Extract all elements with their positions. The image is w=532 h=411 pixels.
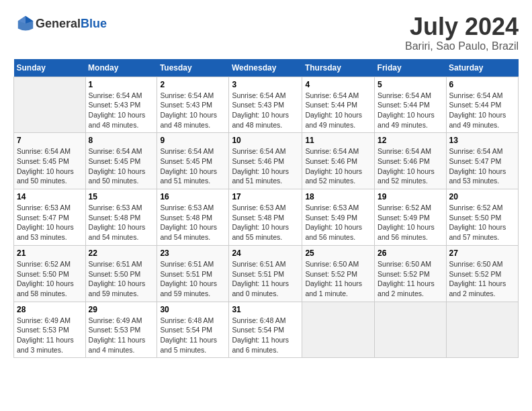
cell-date: 10: [232, 136, 299, 145]
calendar-cell: [14, 77, 86, 133]
calendar-cell: 18Sunrise: 6:53 AM Sunset: 5:49 PM Dayli…: [302, 189, 375, 246]
cell-info: Sunrise: 6:49 AM Sunset: 5:53 PM Dayligh…: [17, 316, 83, 355]
calendar-week-row: 7Sunrise: 6:54 AM Sunset: 5:45 PM Daylig…: [14, 133, 519, 189]
cell-info: Sunrise: 6:52 AM Sunset: 5:50 PM Dayligh…: [17, 259, 83, 299]
cell-date: 28: [17, 305, 83, 314]
cell-date: 8: [89, 136, 154, 145]
calendar-week-row: 14Sunrise: 6:53 AM Sunset: 5:47 PM Dayli…: [14, 189, 519, 246]
calendar-cell: 9Sunrise: 6:54 AM Sunset: 5:45 PM Daylig…: [157, 133, 229, 189]
calendar-cell: [446, 302, 518, 358]
main-title: July 2024: [405, 13, 519, 40]
cell-date: 3: [232, 80, 299, 89]
calendar-cell: 29Sunrise: 6:49 AM Sunset: 5:53 PM Dayli…: [85, 302, 157, 358]
cell-date: 6: [449, 80, 515, 89]
cell-info: Sunrise: 6:53 AM Sunset: 5:48 PM Dayligh…: [160, 203, 226, 242]
calendar-cell: 7Sunrise: 6:54 AM Sunset: 5:45 PM Daylig…: [14, 133, 86, 189]
calendar-cell: 31Sunrise: 6:48 AM Sunset: 5:54 PM Dayli…: [229, 302, 302, 358]
cell-info: Sunrise: 6:54 AM Sunset: 5:45 PM Dayligh…: [160, 146, 226, 186]
title-block: July 2024 Bariri, Sao Paulo, Brazil: [405, 13, 519, 52]
page-header: GeneralBlue July 2024 Bariri, Sao Paulo,…: [13, 13, 519, 52]
calendar-cell: 10Sunrise: 6:54 AM Sunset: 5:46 PM Dayli…: [229, 133, 302, 189]
cell-date: 21: [17, 248, 83, 258]
calendar-cell: 14Sunrise: 6:53 AM Sunset: 5:47 PM Dayli…: [14, 189, 86, 246]
calendar-cell: 12Sunrise: 6:54 AM Sunset: 5:46 PM Dayli…: [375, 133, 446, 189]
cell-info: Sunrise: 6:48 AM Sunset: 5:54 PM Dayligh…: [160, 316, 226, 355]
cell-info: Sunrise: 6:53 AM Sunset: 5:48 PM Dayligh…: [232, 203, 299, 242]
calendar-cell: 2Sunrise: 6:54 AM Sunset: 5:43 PM Daylig…: [157, 77, 229, 133]
cell-date: 13: [449, 136, 515, 145]
cell-info: Sunrise: 6:54 AM Sunset: 5:44 PM Dayligh…: [305, 91, 371, 130]
cell-date: 26: [378, 248, 443, 258]
calendar-cell: 19Sunrise: 6:52 AM Sunset: 5:49 PM Dayli…: [375, 189, 446, 246]
cell-info: Sunrise: 6:51 AM Sunset: 5:51 PM Dayligh…: [232, 259, 299, 299]
calendar-cell: 22Sunrise: 6:51 AM Sunset: 5:50 PM Dayli…: [85, 245, 157, 302]
calendar-day-header: Sunday: [14, 59, 86, 77]
cell-date: 30: [160, 305, 226, 314]
calendar-header-row: SundayMondayTuesdayWednesdayThursdayFrid…: [14, 59, 519, 77]
cell-date: 29: [89, 305, 154, 314]
calendar-cell: 25Sunrise: 6:50 AM Sunset: 5:52 PM Dayli…: [302, 245, 375, 302]
cell-info: Sunrise: 6:54 AM Sunset: 5:46 PM Dayligh…: [378, 146, 443, 186]
cell-info: Sunrise: 6:54 AM Sunset: 5:43 PM Dayligh…: [160, 91, 226, 130]
logo: GeneralBlue: [13, 13, 107, 34]
calendar-cell: 3Sunrise: 6:54 AM Sunset: 5:43 PM Daylig…: [229, 77, 302, 133]
cell-date: 15: [89, 192, 154, 201]
calendar-cell: 1Sunrise: 6:54 AM Sunset: 5:43 PM Daylig…: [85, 77, 157, 133]
cell-date: 24: [232, 248, 299, 258]
calendar-day-header: Tuesday: [157, 59, 229, 77]
calendar-body: 1Sunrise: 6:54 AM Sunset: 5:43 PM Daylig…: [14, 77, 519, 358]
logo-icon: [15, 13, 36, 34]
calendar-week-row: 21Sunrise: 6:52 AM Sunset: 5:50 PM Dayli…: [14, 245, 519, 302]
calendar-week-row: 1Sunrise: 6:54 AM Sunset: 5:43 PM Daylig…: [14, 77, 519, 133]
cell-date: 23: [160, 248, 226, 258]
calendar-cell: 13Sunrise: 6:54 AM Sunset: 5:47 PM Dayli…: [446, 133, 518, 189]
calendar-cell: 30Sunrise: 6:48 AM Sunset: 5:54 PM Dayli…: [157, 302, 229, 358]
cell-date: 16: [160, 192, 226, 201]
cell-info: Sunrise: 6:50 AM Sunset: 5:52 PM Dayligh…: [449, 259, 515, 299]
calendar-day-header: Thursday: [302, 59, 375, 77]
cell-info: Sunrise: 6:54 AM Sunset: 5:47 PM Dayligh…: [449, 146, 515, 186]
cell-info: Sunrise: 6:51 AM Sunset: 5:50 PM Dayligh…: [89, 259, 154, 299]
calendar-cell: 8Sunrise: 6:54 AM Sunset: 5:45 PM Daylig…: [85, 133, 157, 189]
calendar-cell: 5Sunrise: 6:54 AM Sunset: 5:44 PM Daylig…: [375, 77, 446, 133]
calendar-cell: 4Sunrise: 6:54 AM Sunset: 5:44 PM Daylig…: [302, 77, 375, 133]
cell-date: 2: [160, 80, 226, 89]
cell-date: 19: [378, 192, 443, 201]
cell-info: Sunrise: 6:50 AM Sunset: 5:52 PM Dayligh…: [378, 259, 443, 299]
cell-info: Sunrise: 6:53 AM Sunset: 5:47 PM Dayligh…: [17, 203, 83, 242]
calendar-cell: 27Sunrise: 6:50 AM Sunset: 5:52 PM Dayli…: [446, 245, 518, 302]
calendar-week-row: 28Sunrise: 6:49 AM Sunset: 5:53 PM Dayli…: [14, 302, 519, 358]
cell-date: 5: [378, 80, 443, 89]
cell-info: Sunrise: 6:49 AM Sunset: 5:53 PM Dayligh…: [89, 316, 154, 355]
cell-info: Sunrise: 6:48 AM Sunset: 5:54 PM Dayligh…: [232, 316, 299, 355]
calendar-cell: [375, 302, 446, 358]
cell-date: 22: [89, 248, 154, 258]
cell-info: Sunrise: 6:54 AM Sunset: 5:46 PM Dayligh…: [305, 146, 371, 186]
cell-info: Sunrise: 6:54 AM Sunset: 5:46 PM Dayligh…: [232, 146, 299, 186]
cell-date: 27: [449, 248, 515, 258]
cell-info: Sunrise: 6:52 AM Sunset: 5:50 PM Dayligh…: [449, 203, 515, 242]
calendar-cell: 15Sunrise: 6:53 AM Sunset: 5:48 PM Dayli…: [85, 189, 157, 246]
calendar-cell: 26Sunrise: 6:50 AM Sunset: 5:52 PM Dayli…: [375, 245, 446, 302]
cell-date: 12: [378, 136, 443, 145]
calendar-cell: 23Sunrise: 6:51 AM Sunset: 5:51 PM Dayli…: [157, 245, 229, 302]
calendar-cell: 20Sunrise: 6:52 AM Sunset: 5:50 PM Dayli…: [446, 189, 518, 246]
calendar-day-header: Wednesday: [229, 59, 302, 77]
calendar-table: SundayMondayTuesdayWednesdayThursdayFrid…: [13, 59, 519, 359]
calendar-day-header: Monday: [85, 59, 157, 77]
cell-date: 11: [305, 136, 371, 145]
cell-date: 14: [17, 192, 83, 201]
calendar-cell: 24Sunrise: 6:51 AM Sunset: 5:51 PM Dayli…: [229, 245, 302, 302]
cell-date: 31: [232, 305, 299, 314]
calendar-cell: 6Sunrise: 6:54 AM Sunset: 5:44 PM Daylig…: [446, 77, 518, 133]
calendar-day-header: Saturday: [446, 59, 518, 77]
calendar-cell: 16Sunrise: 6:53 AM Sunset: 5:48 PM Dayli…: [157, 189, 229, 246]
calendar-cell: [302, 302, 375, 358]
calendar-day-header: Friday: [375, 59, 446, 77]
calendar-cell: 21Sunrise: 6:52 AM Sunset: 5:50 PM Dayli…: [14, 245, 86, 302]
cell-info: Sunrise: 6:51 AM Sunset: 5:51 PM Dayligh…: [160, 259, 226, 299]
cell-date: 18: [305, 192, 371, 201]
cell-info: Sunrise: 6:54 AM Sunset: 5:43 PM Dayligh…: [232, 91, 299, 130]
logo-text-general: General: [36, 17, 81, 30]
cell-date: 20: [449, 192, 515, 201]
